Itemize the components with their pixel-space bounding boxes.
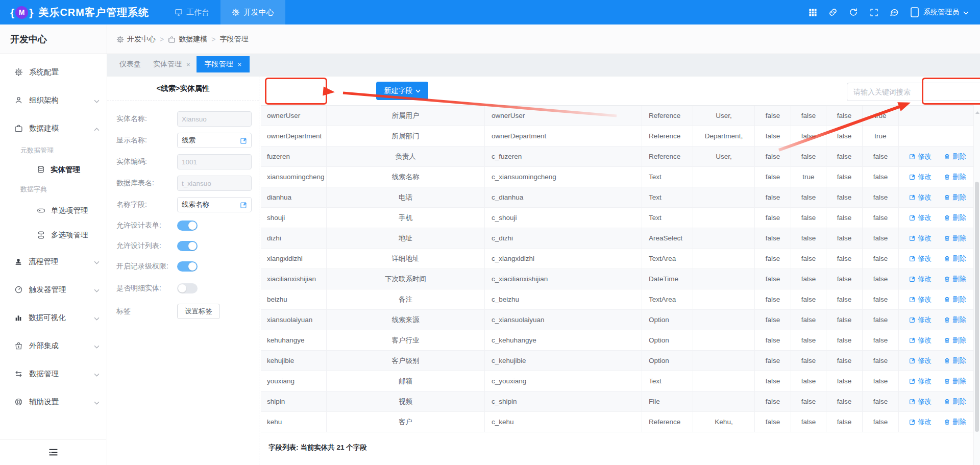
table-row: kehu 客户 c_kehu Reference Kehu, false fal… — [261, 412, 973, 432]
edit-link[interactable]: 修改 — [909, 356, 932, 365]
cell-flag-3: false — [826, 126, 863, 146]
form-row-tag: 标签 设置标签 — [107, 300, 259, 323]
cell-field-type: Reference — [642, 106, 693, 126]
breadcrumb-data-modeling[interactable]: 数据建模 — [168, 35, 207, 44]
edit-link[interactable]: 修改 — [909, 213, 932, 223]
delete-link[interactable]: 删除 — [944, 254, 966, 263]
edit-link[interactable]: 修改 — [909, 254, 932, 263]
delete-label: 删除 — [952, 418, 966, 427]
chevron-down-icon — [94, 258, 100, 266]
edit-link[interactable]: 修改 — [909, 397, 932, 406]
fullscreen-icon[interactable] — [869, 8, 878, 17]
close-icon[interactable]: × — [238, 61, 242, 68]
cell-flag-4: false — [863, 167, 899, 187]
sidebar-item-entity-management[interactable]: 实体管理 — [0, 159, 107, 180]
chat-icon[interactable] — [890, 8, 899, 17]
delete-link[interactable]: 删除 — [944, 193, 966, 202]
nav-item-workbench[interactable]: 工作台 — [163, 0, 220, 25]
sidebar-item-multi-option[interactable]: 多选项管理 — [0, 222, 107, 248]
cell-field-code: ownerDepartment — [485, 126, 642, 146]
field-label: 标签 — [116, 307, 177, 316]
sidebar-item-single-option[interactable]: 单选项管理 — [0, 199, 107, 222]
allow-form-design-toggle[interactable] — [177, 221, 198, 231]
tab-entity-management[interactable]: 实体管理 × — [147, 56, 197, 72]
delete-link[interactable]: 删除 — [944, 152, 966, 161]
delete-link[interactable]: 删除 — [944, 377, 966, 386]
sidebar-item-system-config[interactable]: 系统配置 — [0, 58, 107, 86]
delete-link[interactable]: 删除 — [944, 275, 966, 284]
sidebar-item-org-structure[interactable]: 组织架构 — [0, 86, 107, 114]
cell-flag-1: false — [755, 330, 791, 350]
cell-flag-3: false — [826, 208, 863, 228]
tab-dashboard[interactable]: 仪表盘 — [113, 56, 147, 72]
nav-item-devcenter[interactable]: 开发中心 — [220, 0, 285, 25]
delete-link[interactable]: 删除 — [944, 234, 966, 243]
sidebar-item-external-integration[interactable]: 外部集成 — [0, 332, 107, 360]
edit-icon[interactable] — [240, 201, 248, 210]
edit-link[interactable]: 修改 — [909, 193, 932, 202]
close-icon[interactable]: × — [186, 61, 190, 68]
set-tag-button[interactable]: 设置标签 — [177, 304, 220, 319]
single-option-icon — [37, 206, 45, 215]
edit-link[interactable]: 修改 — [909, 377, 932, 386]
edit-link[interactable]: 修改 — [909, 152, 932, 161]
display-name-field[interactable]: 线索 — [177, 133, 252, 148]
delete-label: 删除 — [952, 336, 966, 345]
scroll-up-arrow-icon[interactable] — [975, 111, 979, 114]
chevron-down-icon — [415, 89, 421, 93]
new-field-button[interactable]: 新建字段 — [376, 82, 428, 100]
edit-link[interactable]: 修改 — [909, 315, 932, 325]
cell-field-type: Reference — [642, 146, 693, 166]
edit-link[interactable]: 修改 — [909, 336, 932, 345]
search-input[interactable] — [847, 83, 980, 101]
link-icon[interactable] — [828, 8, 838, 17]
sidebar-item-process-management[interactable]: 流程管理 — [0, 248, 107, 276]
sidebar-item-trigger-management[interactable]: 触发器管理 — [0, 276, 107, 304]
edit-link[interactable]: 修改 — [909, 173, 932, 182]
apps-grid-icon[interactable] — [808, 8, 817, 17]
delete-link[interactable]: 删除 — [944, 336, 966, 345]
edit-icon[interactable] — [240, 137, 248, 146]
chevron-up-icon — [94, 125, 100, 133]
scrollbar-thumb[interactable] — [975, 182, 979, 432]
cell-field-name: kehu — [261, 412, 327, 432]
sidebar-item-auxiliary-settings[interactable]: 辅助设置 — [0, 388, 107, 416]
cell-flag-2: false — [791, 351, 826, 371]
record-permission-toggle[interactable] — [177, 261, 198, 272]
table-row: dizhi 地址 c_dizhi AreaSelect false false … — [261, 228, 973, 249]
name-field-field[interactable]: 线索名称 — [177, 197, 252, 212]
edit-link[interactable]: 修改 — [909, 295, 932, 304]
sidebar-item-label: 单选项管理 — [51, 206, 88, 215]
allow-list-design-toggle[interactable] — [177, 241, 198, 251]
menu-fold-icon[interactable] — [0, 445, 106, 459]
delete-link[interactable]: 删除 — [944, 173, 966, 182]
breadcrumb-label: 数据建模 — [179, 35, 207, 44]
cell-field-type: File — [642, 391, 693, 411]
cell-flag-3: false — [826, 391, 863, 411]
cell-reference-entity — [693, 187, 755, 207]
delete-link[interactable]: 删除 — [944, 418, 966, 427]
delete-link[interactable]: 删除 — [944, 356, 966, 365]
edit-link[interactable]: 修改 — [909, 234, 932, 243]
detail-entity-toggle[interactable] — [177, 283, 198, 293]
delete-label: 删除 — [952, 152, 966, 161]
edit-link[interactable]: 修改 — [909, 418, 932, 427]
delete-link[interactable]: 删除 — [944, 295, 966, 304]
edit-link[interactable]: 修改 — [909, 275, 932, 284]
delete-link[interactable]: 删除 — [944, 315, 966, 325]
breadcrumb-devcenter[interactable]: 开发中心 — [116, 35, 156, 44]
cell-actions: 修改 删除 — [899, 146, 973, 166]
delete-link[interactable]: 删除 — [944, 213, 966, 223]
delete-link[interactable]: 删除 — [944, 397, 966, 406]
user-menu[interactable]: 系统管理员 — [910, 8, 969, 17]
cell-display-name: 电话 — [327, 187, 485, 207]
sidebar-item-data-modeling[interactable]: 数据建模 — [0, 114, 107, 142]
cell-reference-entity — [693, 208, 755, 228]
tab-field-management[interactable]: 字段管理 × — [197, 56, 250, 72]
sidebar-item-data-visualization[interactable]: 数据可视化 — [0, 304, 107, 332]
refresh-icon[interactable] — [849, 8, 858, 17]
cell-flag-3: false — [826, 146, 863, 166]
logo-brace-left: { — [10, 7, 14, 18]
sidebar-item-data-management[interactable]: 数据管理 — [0, 360, 107, 388]
chevron-down-icon — [94, 96, 100, 105]
